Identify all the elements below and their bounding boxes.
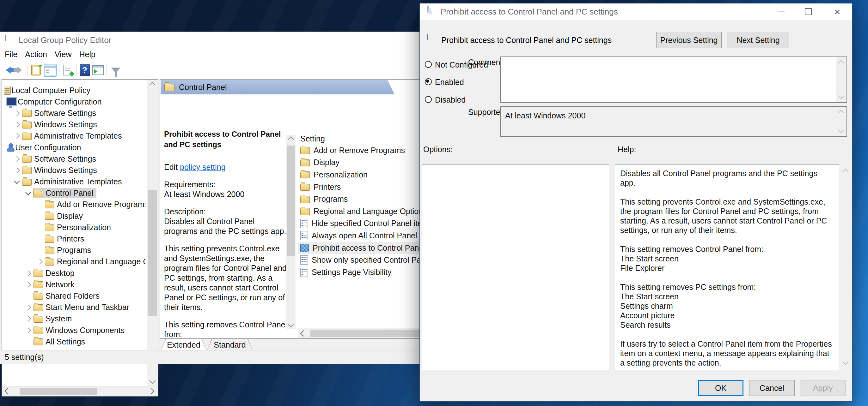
tree-item[interactable]: Windows Settings <box>3 119 146 130</box>
tree-item[interactable]: Printers <box>3 233 146 244</box>
scroll-left-icon[interactable] <box>300 331 306 336</box>
options-box[interactable] <box>422 165 609 370</box>
scroll-right-icon[interactable] <box>149 389 155 393</box>
list-item[interactable]: Show only specified Control Panel items <box>298 254 422 266</box>
edit-policy-setting-link[interactable]: policy setting <box>180 163 226 171</box>
comment-scrollbar[interactable] <box>836 57 846 102</box>
minimize-button[interactable] <box>774 3 788 20</box>
chevron-right-icon[interactable] <box>23 328 33 332</box>
chevron-right-icon[interactable] <box>23 305 33 309</box>
help-scroll-down-icon[interactable] <box>841 360 850 366</box>
tree-item[interactable]: Shared Folders <box>3 290 146 302</box>
export-list-icon[interactable] <box>30 64 42 76</box>
scroll-left-icon[interactable] <box>4 389 10 393</box>
tree-item[interactable]: Windows Components <box>3 325 146 336</box>
radio-not-configured[interactable] <box>425 61 432 68</box>
show-console-tree-icon[interactable] <box>44 64 57 77</box>
next-setting-button[interactable]: Next Setting <box>727 32 789 48</box>
tree-item-user-configuration[interactable]: User Configuration <box>3 142 146 153</box>
tree-vscroll-thumb[interactable] <box>148 190 157 316</box>
filter-icon[interactable] <box>110 64 122 76</box>
tree-item[interactable]: Windows Settings <box>3 165 146 176</box>
list-item[interactable]: Personalization <box>298 169 422 181</box>
tree-item[interactable]: Personalization <box>3 222 146 233</box>
scroll-down-icon[interactable] <box>836 94 846 100</box>
list-item-selected[interactable]: Prohibit access to Control Panel and PC … <box>298 242 422 254</box>
supported-on-scrollbar[interactable] <box>836 107 846 136</box>
cancel-button[interactable]: Cancel <box>749 380 795 396</box>
scroll-up-icon[interactable] <box>286 135 296 142</box>
tree-item[interactable]: Software Settings <box>3 153 146 165</box>
menu-view[interactable]: View <box>55 50 72 59</box>
tree-item[interactable]: Administrative Templates <box>3 130 146 142</box>
list-item[interactable]: Settings Page Visibility <box>298 266 422 278</box>
close-button[interactable]: × <box>830 3 845 20</box>
scroll-up-icon[interactable] <box>147 81 158 87</box>
radio-disabled-label[interactable]: Disabled <box>435 95 466 104</box>
chevron-right-icon[interactable] <box>35 260 44 264</box>
tree-item[interactable]: System <box>3 313 146 325</box>
chevron-down-icon[interactable] <box>12 180 22 183</box>
tree-item[interactable]: Desktop <box>3 267 146 279</box>
tab-standard[interactable]: Standard <box>207 339 253 351</box>
menu-help[interactable]: Help <box>79 50 95 59</box>
chevron-down-icon[interactable] <box>23 192 33 195</box>
tree-item[interactable]: Network <box>3 279 146 290</box>
gpedit-titlebar[interactable]: Local Group Policy Editor <box>0 32 421 48</box>
scroll-down-icon[interactable] <box>147 378 158 385</box>
chevron-right-icon[interactable] <box>12 134 22 138</box>
tree-item[interactable]: Administrative Templates <box>3 176 146 188</box>
tab-extended[interactable]: Extended <box>161 339 207 351</box>
list-item[interactable]: Programs <box>298 193 422 205</box>
chevron-right-icon[interactable] <box>12 111 22 115</box>
previous-setting-button[interactable]: Previous Setting <box>656 32 722 48</box>
list-item[interactable]: Regional and Language Options <box>298 205 422 217</box>
settings-column-header[interactable]: Setting <box>298 133 422 144</box>
chevron-right-icon[interactable] <box>12 168 22 172</box>
chevron-right-icon[interactable] <box>23 317 33 321</box>
scroll-down-icon[interactable] <box>286 322 296 328</box>
tree-item[interactable]: Add or Remove Programs <box>3 199 146 210</box>
ok-button[interactable]: OK <box>698 380 743 396</box>
tree-item[interactable]: Start Menu and Taskbar <box>3 302 146 313</box>
chevron-right-icon[interactable] <box>12 157 22 161</box>
help-scroll-up-icon[interactable] <box>841 168 850 174</box>
tree-item-local-computer-policy[interactable]: Local Computer Policy <box>3 84 146 96</box>
chevron-right-icon[interactable] <box>23 271 33 275</box>
radio-enabled-label[interactable]: Enabled <box>435 78 464 87</box>
list-item[interactable]: Always open All Control Panel Items view <box>298 230 422 242</box>
chevron-right-icon[interactable] <box>23 282 33 287</box>
help-box[interactable]: Disables all Control Panel programs and … <box>615 165 839 370</box>
tree-item-computer-configuration[interactable]: Computer Configuration <box>3 96 146 107</box>
tree-item-control-panel[interactable]: Control Panel <box>3 188 146 199</box>
list-item[interactable]: Printers <box>298 181 422 193</box>
scroll-up-icon[interactable] <box>836 109 846 115</box>
tree-item[interactable]: Regional and Language Options <box>3 256 146 267</box>
tree-item[interactable]: All Settings <box>3 336 146 347</box>
show-action-pane-icon[interactable] <box>92 64 104 76</box>
radio-enabled[interactable] <box>425 78 432 85</box>
comment-field[interactable] <box>500 57 847 103</box>
radio-disabled[interactable] <box>425 96 432 103</box>
list-hscroll-thumb[interactable] <box>310 330 422 337</box>
tree-item[interactable]: Programs <box>3 245 146 256</box>
menu-file[interactable]: File <box>5 50 18 59</box>
help-icon[interactable]: ? <box>79 64 91 76</box>
forward-icon[interactable] <box>13 64 26 76</box>
tree-item[interactable]: Display <box>3 210 146 222</box>
apply-button[interactable]: Apply <box>800 380 845 396</box>
scroll-up-icon[interactable] <box>836 59 846 65</box>
maximize-button[interactable] <box>801 3 815 20</box>
list-item[interactable]: Display <box>298 157 422 169</box>
tree-item[interactable]: Software Settings <box>3 107 146 119</box>
supported-on-field[interactable]: At least Windows 2000 <box>500 106 847 137</box>
list-item[interactable]: Add or Remove Programs <box>298 144 422 157</box>
dialog-titlebar[interactable]: Prohibit access to Control Panel and PC … <box>420 3 852 20</box>
description-scroll-thumb[interactable] <box>287 145 295 256</box>
list-horizontal-scrollbar[interactable] <box>298 328 422 338</box>
description-scrollbar[interactable] <box>286 135 296 329</box>
tree-vertical-scrollbar[interactable] <box>147 79 158 386</box>
scroll-down-icon[interactable] <box>836 128 846 134</box>
list-item[interactable]: Hide specified Control Panel items <box>298 217 422 230</box>
chevron-right-icon[interactable] <box>12 123 22 127</box>
